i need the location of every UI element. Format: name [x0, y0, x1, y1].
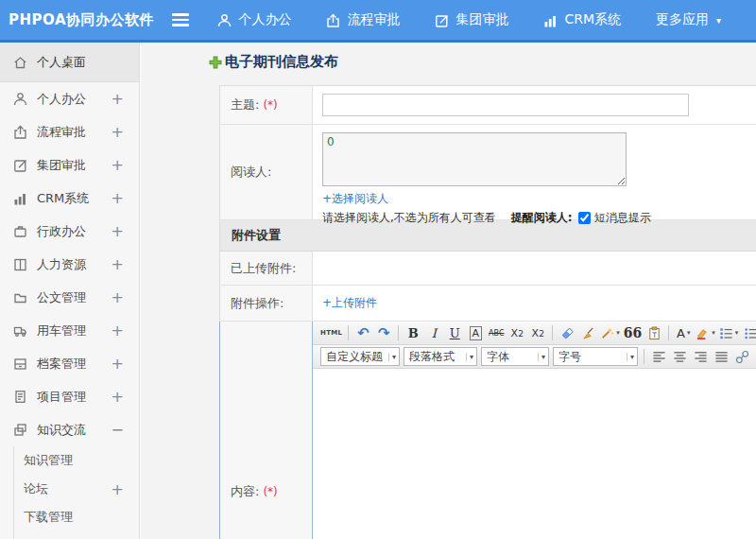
sidebar-subitem-download-mgmt[interactable]: 下载管理 [14, 503, 139, 531]
user-icon [13, 92, 27, 106]
main-menu: 个人办公 流程审批 集团审批 CRM系统 更多应用 ▾ [217, 11, 756, 28]
select-readers-link[interactable]: +选择阅读人 [322, 191, 388, 207]
underline-button[interactable]: U [445, 323, 464, 342]
auto-format-button[interactable]: ▾ [599, 323, 621, 342]
magic-wand-icon [600, 326, 614, 340]
sidebar-item-label: 行政办公 [37, 223, 112, 240]
paragraph-format-select[interactable]: 段落格式 ▾ [404, 347, 477, 366]
sms-notify-checkbox[interactable] [578, 212, 591, 224]
readers-textarea[interactable]: 0 [322, 132, 627, 186]
upload-attachment-link[interactable]: +上传附件 [322, 295, 377, 311]
italic-button[interactable]: I [424, 323, 443, 342]
sidebar-item-crm[interactable]: CRM系统 + [0, 182, 139, 215]
sidebar-subitem-label: 下载管理 [24, 509, 124, 526]
subject-input[interactable] [322, 94, 689, 116]
align-left-button[interactable] [649, 347, 668, 366]
uploaded-attachments-row: 已上传附件: [219, 252, 756, 286]
sidebar-item-knowledge-exchange[interactable]: 知识交流 − [0, 413, 139, 446]
user-icon [217, 13, 232, 27]
readers-hint-line: 请选择阅读人,不选为所有人可查看 提醒阅读人: 短消息提示 [322, 210, 756, 226]
caret-down-icon: ▾ [616, 329, 620, 337]
eraser-button[interactable] [558, 323, 576, 342]
toolbar-separator [398, 325, 399, 340]
nav-group-approval[interactable]: 集团审批 [435, 11, 508, 28]
heading-select[interactable]: 自定义标题 ▾ [320, 347, 400, 366]
strikethrough-button[interactable]: ABC [487, 323, 506, 342]
html-source-button[interactable]: HTML [319, 323, 343, 342]
redo-button[interactable]: ↷ [374, 323, 393, 342]
expand-plus-icon: + [112, 355, 124, 373]
top-navbar: PHPOA协同办公软件 个人办公 流程审批 集团审批 CRM系统 更多应用 ▾ [0, 0, 756, 40]
expand-plus-icon: + [112, 388, 124, 406]
nav-crm-system[interactable]: CRM系统 [543, 11, 621, 28]
editor-content-area[interactable] [313, 369, 756, 539]
sidebar-item-archive-mgmt[interactable]: 档案管理 + [0, 347, 139, 380]
undo-button[interactable]: ↶ [353, 323, 372, 342]
sidebar-item-label: 个人桌面 [37, 54, 124, 71]
sidebar-item-admin-office[interactable]: 行政办公 + [0, 215, 139, 248]
nav-personal-office[interactable]: 个人办公 [217, 11, 291, 28]
caret-down-icon: ▾ [466, 353, 473, 361]
content-label: 内容: [231, 483, 259, 500]
sidebar-item-group-approval[interactable]: 集团审批 + [0, 148, 139, 182]
expand-plus-icon: + [112, 322, 124, 339]
unordered-list-button[interactable] [741, 323, 756, 342]
nav-label: CRM系统 [564, 11, 621, 28]
font-family-select[interactable]: 字体 ▾ [481, 347, 549, 366]
align-justify-button[interactable] [712, 347, 730, 366]
sidebar-item-personal-desktop[interactable]: 个人桌面 [0, 43, 139, 82]
sidebar-item-label: 公文管理 [37, 289, 112, 306]
sidebar-subitem-label: 知识管理 [24, 452, 124, 469]
font-color-glyph: A [677, 326, 685, 340]
font-size-select[interactable]: 字号 ▾ [553, 347, 638, 366]
paste-text-button[interactable]: T [644, 323, 663, 342]
nav-more-apps[interactable]: 更多应用 ▾ [656, 11, 721, 28]
sidebar-item-label: 流程审批 [37, 124, 112, 141]
superscript-button[interactable]: X2 [507, 323, 526, 342]
subscript-button[interactable]: X2 [528, 323, 547, 342]
superscript-glyph: X [511, 327, 519, 339]
sidebar-subitem-forum[interactable]: 论坛 + [14, 475, 139, 503]
sidebar: 个人桌面 个人办公 + 流程审批 + 集团审批 + CRM系统 + 行政办公 +… [0, 43, 140, 539]
align-center-button[interactable] [670, 347, 689, 366]
align-center-icon [673, 350, 687, 364]
paragraph-select-value: 段落格式 [409, 349, 455, 365]
broom-icon [581, 326, 595, 340]
link-icon [735, 350, 749, 364]
sidebar-item-project-mgmt[interactable]: 项目管理 + [0, 380, 139, 413]
insert-link-button[interactable] [732, 347, 751, 366]
archive-icon [13, 356, 27, 371]
blockquote-button[interactable]: 66 [623, 323, 643, 342]
expand-plus-icon: + [112, 255, 124, 273]
toolbar-separator [348, 325, 349, 340]
app-logo: PHPOA协同办公软件 [0, 11, 161, 29]
sidebar-subitem-public-cabinet[interactable]: 公共文件柜 [14, 531, 139, 539]
eraser-icon [560, 326, 575, 340]
page-title-text: 电子期刊信息发布 [225, 53, 338, 71]
align-right-button[interactable] [691, 347, 710, 366]
attachop-label-cell: 附件操作: [220, 286, 313, 321]
remind-readers-label: 提醒阅读人: [511, 210, 573, 226]
sidebar-item-document-mgmt[interactable]: 公文管理 + [0, 281, 139, 314]
caret-down-icon: ▾ [388, 353, 396, 361]
home-icon [13, 55, 27, 69]
sidebar-item-label: 人力资源 [37, 256, 112, 273]
knowledge-submenu: 知识管理 论坛 + 下载管理 公共文件柜 [13, 446, 139, 539]
format-brush-button[interactable] [578, 323, 597, 342]
sidebar-item-hr[interactable]: 人力资源 + [0, 248, 139, 281]
ordered-list-button[interactable]: ▾ [718, 323, 740, 342]
nav-workflow-approval[interactable]: 流程审批 [326, 11, 400, 28]
nav-label: 流程审批 [347, 11, 400, 28]
highlight-color-button[interactable]: ▾ [695, 323, 716, 342]
green-plus-icon [209, 56, 222, 69]
sidebar-item-personal-office[interactable]: 个人办公 + [0, 82, 139, 115]
sidebar-item-vehicle-mgmt[interactable]: 用车管理 + [0, 314, 139, 347]
truck-icon [13, 323, 27, 338]
sidebar-subitem-knowledge-mgmt[interactable]: 知识管理 [14, 446, 139, 475]
bold-button[interactable]: B [404, 323, 422, 342]
font-color-button[interactable]: A ▾ [674, 323, 693, 342]
sidebar-item-workflow-approval[interactable]: 流程审批 + [0, 115, 139, 148]
hamburger-menu-icon[interactable] [172, 13, 189, 26]
font-style-button[interactable]: A [466, 323, 485, 342]
uploaded-value-cell [313, 252, 756, 285]
